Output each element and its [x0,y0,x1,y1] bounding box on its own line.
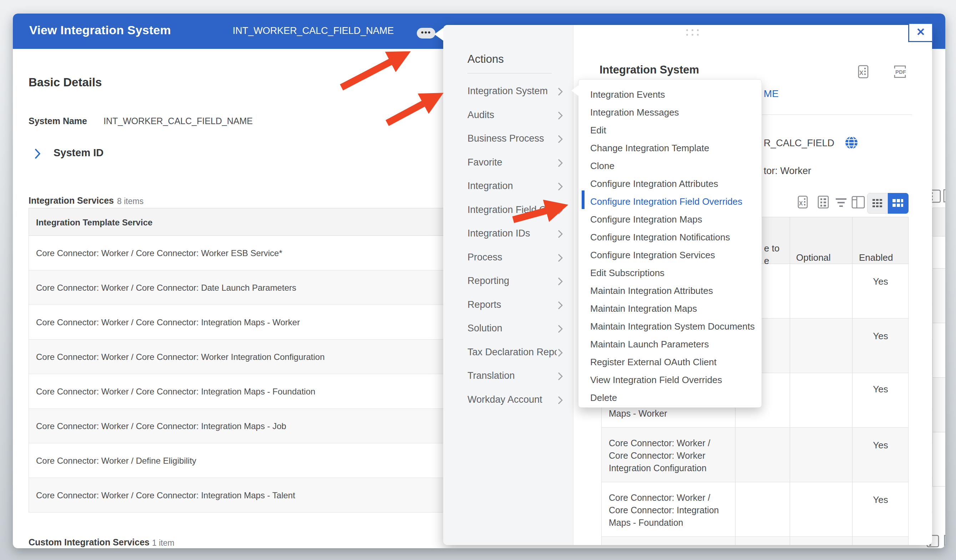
chevron-right-icon [557,111,563,120]
system-id-toggle[interactable]: System ID [53,147,104,159]
drag-handle-icon[interactable] [686,29,700,37]
chevron-right-icon [557,206,563,215]
submenu-item-configure-integration-notifications[interactable]: Configure Integration Notifications [590,228,730,246]
chevron-right-icon [557,229,563,238]
submenu-notch [571,85,579,96]
actions-item-translation[interactable]: Translation [443,364,574,387]
submenu-item-edit-subscriptions[interactable]: Edit Subscriptions [590,264,664,282]
close-icon: ✕ [916,26,925,38]
grid-view-toggle [867,193,909,214]
actions-item-integration[interactable]: Integration [443,174,574,198]
enabled-cell: Yes [852,276,909,287]
service-cell: Core Connector: Worker / Core Connector:… [609,437,729,474]
export-excel-icon[interactable]: X [797,195,811,209]
submenu-item-integration-events[interactable]: Integration Events [590,86,665,104]
chevron-right-icon [557,253,563,262]
actions-menu: Actions Integration SystemAuditsBusiness… [443,25,574,545]
optional-column-header: Optional [796,252,831,263]
more-actions-button[interactable]: ••• [417,28,436,39]
chevron-right-icon [557,135,563,144]
service-cell: Core Connector: Worker / Core Connector:… [609,491,729,529]
report-icon[interactable] [816,195,831,209]
submenu-item-configure-integration-maps[interactable]: Configure Integration Maps [590,210,702,228]
system-name-label: System Name [28,116,87,126]
submenu-item-configure-integration-services[interactable]: Configure Integration Services [590,246,715,264]
system-link-fragment[interactable]: ME [764,88,778,99]
preview-title: Integration System [599,63,699,76]
ellipsis-icon: ••• [421,28,431,37]
divider [467,73,552,74]
export-excel-icon[interactable]: X [857,64,872,79]
submenu-item-change-integration-template[interactable]: Change Integration Template [590,139,709,157]
arrow-to-more-actions [341,58,398,87]
enabled-cell: Yes [852,494,909,505]
submenu-item-maintain-integration-attributes[interactable]: Maintain Integration Attributes [590,282,713,300]
preview-grid-row [601,537,909,545]
chevron-right-icon [557,277,563,286]
actions-item-integration-ids[interactable]: Integration IDs [443,221,574,245]
chevron-right-icon [557,87,563,96]
actions-item-business-process[interactable]: Business Process [443,127,574,150]
enabled-column-header: Enabled [859,252,893,263]
basic-details-heading: Basic Details [28,75,102,89]
preview-grid-row[interactable]: Core Connector: Worker / Core Connector:… [601,482,909,537]
chevron-right-icon [557,348,563,358]
actions-item-process[interactable]: Process [443,245,574,269]
actions-item-solution[interactable]: Solution [443,316,574,340]
submenu-item-view-integration-field-overrides[interactable]: View Integration Field Overrides [590,371,722,389]
partial-header-fragment: e to [764,243,779,254]
svg-text:PDF: PDF [895,69,906,75]
actions-menu-title: Actions [467,53,504,66]
partial-grid-cell [932,208,945,236]
partial-toolbar-icon[interactable] [943,534,945,548]
submenu-item-edit[interactable]: Edit [590,121,606,139]
partial-grid-cell [932,268,945,323]
submenu-item-maintain-integration-system-documents[interactable]: Maintain Integration System Documents [590,317,755,335]
template-fragment: tor: Worker [764,166,811,177]
submenu-item-configure-integration-attributes[interactable]: Configure Integration Attributes [590,175,718,193]
actions-item-reporting[interactable]: Reporting [443,269,574,292]
dense-grid-view-button[interactable] [867,193,888,214]
popup-notch [434,28,443,41]
integration-system-submenu: Integration Events Integration Messages … [578,79,762,408]
filter-icon[interactable] [834,197,849,209]
actions-item-workday-account[interactable]: Workday Account [443,388,574,411]
chevron-right-icon [557,182,563,191]
submenu-item-maintain-launch-parameters[interactable]: Maintain Launch Parameters [590,335,709,353]
custom-integration-services-label: Custom Integration Services [28,537,149,547]
globe-icon[interactable] [844,135,859,150]
actions-item-integration-system[interactable]: Integration System [443,79,574,103]
partial-grid-cell [932,432,945,486]
chevron-right-icon [557,158,563,168]
export-pdf-icon[interactable]: PDF [892,64,908,79]
chevron-right-icon [557,395,563,405]
actions-item-reports[interactable]: Reports [443,293,574,316]
submenu-item-register-external-oauth-client[interactable]: Register External OAuth Client [590,353,717,371]
comfort-grid-view-button[interactable] [888,193,909,214]
actions-item-audits[interactable]: Audits [443,103,574,127]
chevron-right-icon [557,301,563,310]
actions-item-favorite[interactable]: Favorite [443,151,574,174]
submenu-item-configure-integration-field-overrides[interactable]: Configure Integration Field Overrides [590,193,742,210]
close-button[interactable]: ✕ [908,23,933,42]
chevron-right-icon[interactable] [33,147,41,160]
submenu-item-maintain-integration-maps[interactable]: Maintain Integration Maps [590,300,697,317]
chevron-right-icon [557,372,563,381]
preview-grid-row[interactable]: Core Connector: Worker / Core Connector:… [601,428,909,482]
integration-services-count: 8 items [117,196,143,206]
partial-toolbar-icon[interactable] [942,188,945,203]
column-settings-icon[interactable] [851,195,866,209]
partial-grid-cell [932,323,945,377]
partial-grid-cell [932,377,945,432]
actions-item-integration-field-overrid[interactable]: Integration Field Overrid… [443,198,574,221]
submenu-item-integration-messages[interactable]: Integration Messages [590,104,679,121]
chevron-right-icon [557,324,563,334]
svg-text:X: X [859,69,863,76]
arrow-to-integration-system [387,100,430,123]
system-id-fragment: R_CALC_FIELD [764,138,834,149]
submenu-item-clone[interactable]: Clone [590,157,615,175]
actions-item-tax-declaration-reporti[interactable]: Tax Declaration Reporti… [443,340,574,364]
system-name-value: INT_WORKER_CALC_FIELD_NAME [104,116,253,126]
submenu-item-delete[interactable]: Delete [590,389,617,406]
partial-grid-cell [932,236,945,268]
